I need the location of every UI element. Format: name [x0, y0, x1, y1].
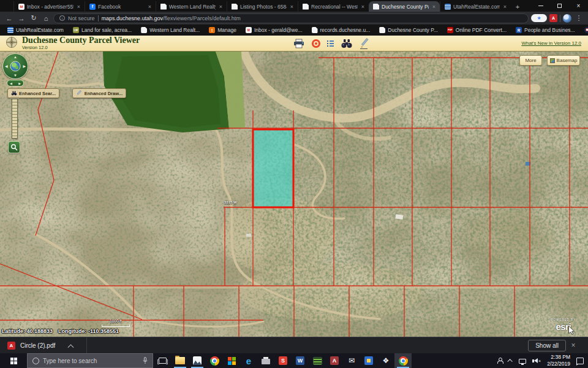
basemap-button[interactable]: Basemap	[547, 55, 580, 66]
tab-utahrealestate[interactable]: UtahRealEstate.com | WFR ×	[440, 1, 511, 12]
bookmark-label: Duchesne County P...	[388, 27, 438, 33]
latitude-value: Latitude: 40.188833	[2, 328, 53, 334]
browser-menu-icon[interactable]: ⋮	[574, 14, 584, 22]
tab-duchesne-parcel-viewer[interactable]: Duchesne County Parcel V ×	[369, 1, 440, 12]
pan-right-icon[interactable]: ▶	[23, 64, 26, 68]
taskbar-icon-store[interactable]	[223, 353, 240, 368]
reload-button[interactable]: ↻	[29, 14, 39, 22]
bookmark-land-for-sale[interactable]: LWLand for sale, acrea...	[73, 27, 132, 33]
bookmark-utahrealestate[interactable]: UtahRealEstate.com	[7, 27, 64, 33]
forward-button[interactable]: →	[17, 15, 26, 22]
pan-left-icon[interactable]: ◀	[5, 64, 8, 68]
search-binoculars-icon[interactable]	[341, 39, 353, 48]
taskbar-icon-s-app[interactable]: S	[274, 353, 292, 368]
taskbar-icon-dropbox[interactable]: ❖	[377, 353, 394, 368]
task-view-button[interactable]	[153, 353, 172, 368]
close-window-button[interactable]: ×	[569, 0, 588, 12]
bookmark-label: Land for sale, acrea...	[81, 27, 132, 33]
browser-toolbar: ← → ↻ ⌂ i Not secure maps.duchesne.utah.…	[0, 12, 588, 25]
people-icon[interactable]	[497, 358, 503, 364]
tab-close-icon[interactable]: ×	[147, 4, 153, 10]
taskbar-icon-edge[interactable]: e	[240, 353, 257, 368]
enhanced-draw-window[interactable]: Enhanced Draw...	[72, 88, 126, 98]
network-icon[interactable]	[519, 359, 526, 364]
profile-avatar[interactable]	[563, 14, 571, 23]
tab-close-icon[interactable]: ×	[76, 4, 81, 10]
site-info-icon[interactable]: i	[59, 15, 65, 21]
url-path: /flexviewers/Parcels/default.htm	[163, 15, 241, 21]
print-icon[interactable]	[293, 39, 305, 48]
volume-muted-icon[interactable]: ×	[532, 358, 541, 363]
whats-new-link[interactable]: What's New in Version 12.0	[521, 40, 581, 46]
previous-extent-icon[interactable]: ◀	[10, 82, 12, 85]
tab-listing-photos[interactable]: Listing Photos - 6584100 - ×	[227, 1, 298, 12]
adobe-extension-icon[interactable]: A	[549, 14, 557, 22]
hidden-icons-chevron-icon[interactable]	[507, 359, 512, 364]
new-tab-button[interactable]: +	[511, 1, 524, 12]
taskbar-icon-printer[interactable]	[257, 353, 274, 368]
chrome-icon	[210, 356, 219, 366]
bookmark-duchesne-county[interactable]: Duchesne County P...	[379, 27, 438, 33]
folder-icon	[175, 357, 185, 364]
show-all-downloads-button[interactable]: Show all	[528, 340, 566, 351]
address-bar[interactable]: i Not secure maps.duchesne.utah.gov/flex…	[53, 13, 529, 23]
tab-close-icon[interactable]: ×	[360, 4, 366, 10]
close-download-bar-icon[interactable]: ×	[566, 341, 581, 350]
start-button[interactable]	[0, 353, 27, 368]
page-icon	[160, 4, 167, 10]
pan-up-icon[interactable]: ▲	[13, 55, 17, 59]
bookmark-star-icon[interactable]: ★	[531, 14, 547, 22]
magnifier-button[interactable]	[8, 141, 20, 153]
results-list-icon[interactable]	[327, 40, 334, 47]
bookmark-utah-unemployment[interactable]: Utah Unemployme...	[584, 27, 588, 33]
map-viewport[interactable]: ▲ ▼ ◀ ▶ ◀ ▶ Enhanced Sear...	[0, 52, 588, 337]
taskbar-icon-access[interactable]: A	[326, 353, 343, 368]
taskbar-icon-word[interactable]: W	[292, 353, 309, 368]
clock-date: 2/22/2019	[547, 361, 570, 367]
bookmark-pdf-converter[interactable]: PDFOnline PDF Convert...	[447, 27, 507, 33]
home-button[interactable]: ⌂	[41, 15, 51, 22]
download-options-chevron-icon[interactable]	[68, 344, 74, 350]
tab-facebook[interactable]: f Facebook ×	[85, 1, 156, 12]
tab-western-land-realty[interactable]: Western Land Realty, Inc. A ×	[156, 1, 227, 12]
globe-icon[interactable]	[10, 61, 21, 72]
bookmark-inbox[interactable]: MInbox - gerald@we...	[246, 27, 303, 33]
download-item[interactable]: A Circle (2).pdf	[7, 342, 73, 350]
taskbar-icon-chrome-active[interactable]	[394, 353, 412, 368]
extent-history-control[interactable]: ◀ ▶	[7, 80, 24, 86]
maximize-button[interactable]	[550, 0, 569, 12]
next-extent-icon[interactable]: ▶	[18, 82, 21, 85]
identify-icon[interactable]	[312, 39, 320, 48]
taskbar-icon-blue-p-app[interactable]	[360, 353, 377, 368]
action-center-icon[interactable]	[576, 358, 584, 364]
microphone-icon[interactable]	[143, 357, 148, 364]
taskbar-icon-chrome[interactable]	[206, 353, 223, 368]
tab-close-icon[interactable]: ×	[502, 4, 508, 10]
tab-close-icon[interactable]: ×	[289, 4, 295, 10]
taskbar-icon-file-explorer[interactable]	[172, 353, 189, 368]
map-pan-control[interactable]: ▲ ▼ ◀ ▶	[2, 53, 28, 79]
enhanced-search-window[interactable]: Enhanced Sear...	[7, 88, 59, 98]
task-view-icon	[159, 358, 167, 364]
taskbar-icon-photos[interactable]	[189, 353, 206, 368]
bookmark-manage[interactable]: !Manage	[209, 27, 236, 33]
tab-recreational[interactable]: Recreational -- Western La ×	[298, 1, 369, 12]
draw-pencil-icon[interactable]	[360, 38, 371, 49]
tab-close-icon[interactable]: ×	[218, 4, 224, 10]
tab-inbox[interactable]: M Inbox - advertiser5557@g ×	[13, 1, 85, 12]
back-button[interactable]: ←	[4, 15, 14, 22]
minimize-button[interactable]	[531, 0, 550, 12]
taskbar-icon-mail[interactable]: ✉	[343, 353, 360, 368]
bookmark-western-land[interactable]: Western Land Realt...	[141, 27, 200, 33]
tab-close-icon[interactable]: ×	[431, 4, 437, 10]
taskbar-clock[interactable]: 2:38 PM 2/22/2019	[547, 354, 570, 367]
download-divider	[86, 337, 87, 354]
basemap-layers-icon	[550, 58, 555, 63]
pan-down-icon[interactable]: ▼	[13, 74, 17, 77]
address-divider	[98, 15, 99, 21]
taskbar-search-box[interactable]: Type here to search	[27, 353, 153, 368]
taskbar-icon-keyboard-app[interactable]	[309, 353, 326, 368]
more-button[interactable]: More	[519, 55, 542, 66]
bookmark-records-duchesne[interactable]: records.duchesne.u...	[312, 27, 371, 33]
bookmark-people-business[interactable]: RPeople and Busines...	[516, 27, 575, 33]
